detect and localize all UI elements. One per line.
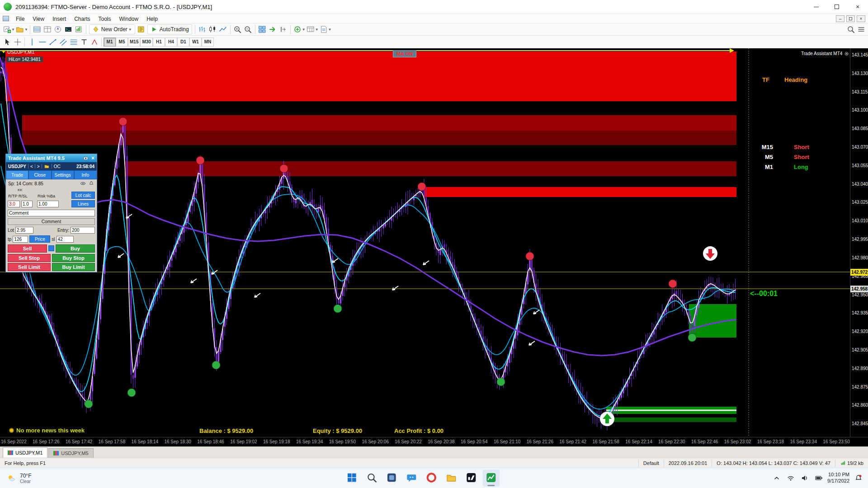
rsl-input[interactable] [21,201,33,207]
prev-symbol-button[interactable]: < [30,164,33,169]
timeframe-m30-button[interactable]: M30 [140,38,152,47]
new-chart-dropdown-icon[interactable]: ▼ [11,28,15,32]
fibonacci-tool-icon[interactable] [68,37,79,47]
candlestick-chart-icon[interactable] [208,24,218,35]
opera-taskbar-icon[interactable] [423,469,440,487]
mdi-minimize-icon[interactable]: – [836,15,844,22]
timeframe-d1-button[interactable]: D1 [177,38,189,47]
camera-icon[interactable] [83,155,89,161]
tradingview-taskbar-icon[interactable] [462,469,480,487]
sell-stop-button[interactable]: Sell Stop [8,254,51,262]
price-chart[interactable] [0,48,850,437]
price-axis[interactable]: 143.145143.130143.115143.100143.085143.0… [850,48,868,437]
close-button[interactable]: × [847,0,868,14]
minimize-button[interactable] [806,0,826,14]
search-icon[interactable] [845,24,856,35]
timeframe-m15-button[interactable]: M15 [128,38,140,47]
right-panel-settings-icon[interactable] [844,51,849,56]
zoom-out-icon[interactable] [243,24,253,35]
market-watch-icon[interactable] [32,24,42,35]
menu-help[interactable]: Help [142,15,162,23]
strategy-tester-icon[interactable] [74,24,84,35]
timeframe-w1-button[interactable]: W1 [189,38,202,47]
profiles-icon[interactable] [15,24,25,35]
periods-dropdown-icon[interactable]: ▼ [315,28,319,32]
status-profile[interactable]: Default [638,460,664,467]
comment-input[interactable] [8,210,95,216]
data-window-icon[interactable] [42,24,53,35]
timeframe-mn-button[interactable]: MN [202,38,214,47]
trade-panel-tab-info[interactable]: Info [74,170,97,179]
buy-stop-button[interactable]: Buy Stop [52,254,95,262]
start-taskbar-icon[interactable] [343,469,360,487]
cursor-tool-icon[interactable] [2,37,12,47]
crosshair-tool-icon[interactable] [12,37,23,47]
wifi-icon[interactable] [785,473,796,483]
new-order-button[interactable]: New Order ▼ [89,24,135,34]
tp-input[interactable] [13,236,28,243]
trade-panel-tab-close[interactable]: Close [28,170,51,179]
sell-button[interactable]: Sell [8,244,47,253]
alert-bell-icon[interactable] [88,180,94,187]
tray-overflow-icon[interactable] [771,473,782,483]
lines-button[interactable]: Lines [71,200,95,207]
chart-tab-usdjpy-m5[interactable]: USDJPY,M5 [48,448,93,458]
toolbar-menu-icon[interactable] [856,24,866,35]
trade-panel-titlebar[interactable]: Trade Assistant MT4 9.5 × [6,154,97,162]
timeframe-h4-button[interactable]: H4 [165,38,177,47]
chat-taskbar-icon[interactable] [403,469,420,487]
metaeditor-icon[interactable] [136,24,146,35]
trade-panel-close-icon[interactable]: × [91,155,94,161]
trade-panel-tab-trade[interactable]: Trade [6,170,28,179]
explorer-taskbar-icon[interactable] [443,469,460,487]
entry-input[interactable] [71,227,95,234]
oc-button[interactable]: OC [54,164,61,169]
search-taskbar-icon[interactable] [363,469,380,487]
maximize-button[interactable] [826,0,847,14]
timeframe-m5-button[interactable]: M5 [116,38,128,47]
channel-tool-icon[interactable] [58,37,68,47]
line-chart-icon[interactable] [218,24,228,35]
menu-view[interactable]: View [28,15,48,23]
templates-dropdown-icon[interactable]: ▼ [328,28,332,32]
indicators-icon[interactable] [292,24,303,35]
volume-icon[interactable] [799,473,810,483]
chart-tab-usdjpy-m1[interactable]: USDJPY,M1 [3,447,47,458]
lot-input[interactable] [15,227,33,234]
profiles-dropdown-icon[interactable]: ▼ [24,28,28,32]
confirm-checkbox[interactable] [48,245,54,251]
auto-scroll-icon[interactable] [268,24,278,35]
price-button[interactable]: Price [29,235,50,243]
trendline-tool-icon[interactable] [47,37,58,47]
zoom-in-icon[interactable] [232,24,243,35]
arrows-tool-icon[interactable] [89,37,99,47]
indicators-dropdown-icon[interactable]: ▼ [302,28,306,32]
tile-windows-icon[interactable] [257,24,268,35]
risk-input[interactable] [37,201,59,207]
buy-limit-button[interactable]: Buy Limit [52,263,95,271]
taskbar-clock[interactable]: 10:10 PM 9/17/2022 [827,472,849,484]
mdi-restore-icon[interactable] [846,15,855,22]
chart-shift-icon[interactable] [278,24,288,35]
menu-file[interactable]: File [12,15,28,23]
metatrader-taskbar-icon[interactable] [482,469,500,487]
chart-area[interactable]: USDJPY,M1 HiLo= 142.9481 MA ON <--00:01 … [0,48,850,437]
autotrading-button[interactable]: AutoTrading [147,24,192,34]
terminal-icon[interactable] [63,24,74,35]
sl-input[interactable] [57,236,74,243]
horizontal-line-tool-icon[interactable] [37,37,47,47]
periods-icon[interactable] [306,24,316,35]
battery-icon[interactable] [813,473,824,483]
rtp-input[interactable] [8,201,20,207]
menu-insert[interactable]: Insert [48,15,70,23]
time-axis[interactable]: 16 Sep 202216 Sep 17:2616 Sep 17:4216 Se… [0,437,868,446]
templates-icon[interactable] [319,24,329,35]
trade-panel-tab-settings[interactable]: Settings [52,170,74,179]
bar-chart-icon[interactable] [197,24,208,35]
next-symbol-button[interactable]: > [37,164,40,169]
buy-button[interactable]: Buy [56,244,95,253]
symbol-list-folder-icon[interactable] [44,164,50,169]
vertical-line-tool-icon[interactable] [27,37,37,47]
lot-calc-button[interactable]: Lot calc [71,192,95,199]
text-tool-icon[interactable] [79,37,89,47]
